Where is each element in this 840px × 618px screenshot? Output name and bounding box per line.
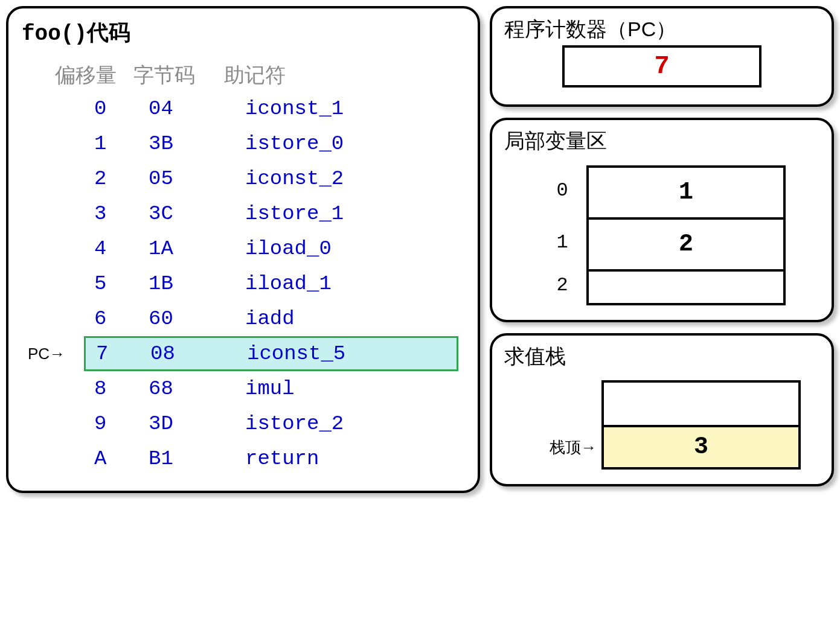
code-mnemonic: iload_1: [245, 272, 464, 296]
header-offset: 偏移量: [55, 63, 133, 88]
code-offset: 7: [96, 342, 150, 366]
code-bytecode: 3D: [149, 412, 245, 436]
code-mnemonic: istore_2: [245, 412, 464, 436]
code-offset: 6: [94, 307, 149, 331]
code-offset: A: [94, 447, 149, 471]
code-row: 868imul: [86, 371, 464, 406]
stack-cell: 3: [601, 425, 801, 470]
code-row: 41Aiload_0: [86, 231, 464, 266]
stack-panel: 求值栈 栈顶→3: [490, 333, 834, 487]
stack-row-label: 栈顶→: [523, 425, 601, 470]
code-panel-title: foo()代码: [22, 19, 464, 47]
code-mnemonic: istore_0: [245, 132, 464, 156]
local-value: [586, 269, 786, 305]
code-panel: foo()代码 偏移量 字节码 助记符 004iconst_113Bistore…: [6, 6, 480, 493]
locals-panel: 局部变量区 01122: [490, 118, 834, 322]
header-bytecode: 字节码: [133, 63, 224, 88]
code-bytecode: 1A: [149, 237, 245, 261]
code-offset: 5: [94, 272, 149, 296]
code-row: 708iconst_5: [84, 336, 458, 371]
code-bytecode: 08: [150, 342, 247, 366]
local-value: 2: [586, 217, 786, 269]
code-offset: 9: [94, 412, 149, 436]
local-index: 1: [538, 217, 586, 269]
code-area: 004iconst_113Bistore_0205iconst_233Cisto…: [28, 91, 464, 476]
code-row: 13Bistore_0: [86, 126, 464, 161]
code-bytecode: 3B: [149, 132, 245, 156]
code-offset: 2: [94, 167, 149, 191]
code-bytecode: 05: [149, 167, 245, 191]
stack-panel-label: 求值栈: [504, 344, 819, 369]
pc-panel: 程序计数器（PC） 7: [490, 6, 834, 107]
stack-row-label: [523, 380, 601, 425]
code-title-func: foo(): [22, 22, 87, 46]
code-row: 660iadd: [86, 301, 464, 336]
code-mnemonic: istore_1: [245, 202, 464, 226]
code-row: 004iconst_1: [86, 91, 464, 126]
code-mnemonic: return: [245, 447, 464, 471]
code-bytecode: 3C: [149, 202, 245, 226]
code-offset: 8: [94, 377, 149, 401]
code-bytecode: 60: [149, 307, 245, 331]
code-title-suffix: 代码: [87, 20, 130, 45]
code-row: 205iconst_2: [86, 161, 464, 196]
code-mnemonic: iconst_5: [247, 342, 457, 366]
code-bytecode: B1: [149, 447, 245, 471]
code-row: 33Cistore_1: [86, 196, 464, 231]
local-value: 1: [586, 165, 786, 217]
pc-value: 7: [562, 45, 761, 88]
code-column-headers: 偏移量 字节码 助记符: [55, 63, 464, 88]
pc-panel-label: 程序计数器（PC）: [504, 17, 819, 42]
local-index: 0: [538, 165, 586, 217]
code-offset: 3: [94, 202, 149, 226]
code-mnemonic: iadd: [245, 307, 464, 331]
code-mnemonic: imul: [245, 377, 464, 401]
code-bytecode: 68: [149, 377, 245, 401]
code-mnemonic: iconst_2: [245, 167, 464, 191]
code-bytecode: 1B: [149, 272, 245, 296]
code-row: AB1return: [86, 441, 464, 476]
code-bytecode: 04: [149, 97, 245, 121]
locals-panel-label: 局部变量区: [504, 129, 819, 153]
code-mnemonic: iconst_1: [245, 97, 464, 121]
stack-cell: [601, 380, 801, 425]
code-offset: 1: [94, 132, 149, 156]
code-row: 93Distore_2: [86, 406, 464, 441]
pc-pointer: PC→: [28, 345, 65, 363]
code-row: 51Biload_1: [86, 266, 464, 301]
local-index: 2: [538, 269, 586, 305]
code-offset: 4: [94, 237, 149, 261]
code-offset: 0: [94, 97, 149, 121]
header-mnemonic: 助记符: [224, 63, 464, 88]
code-mnemonic: iload_0: [245, 237, 464, 261]
